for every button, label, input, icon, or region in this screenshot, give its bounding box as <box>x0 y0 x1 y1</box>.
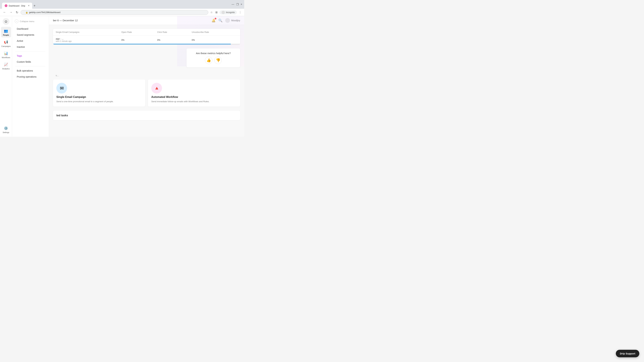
feedback-card: Are these metrics helpful here? 👍 👎 <box>186 48 240 67</box>
campaign-name: aign - ... sent 1 minute ago <box>53 35 118 44</box>
restore-btn[interactable]: ❐ <box>236 3 239 6</box>
suggested-tasks-title: ted tasks <box>56 114 237 117</box>
sidebar-item-analytics[interactable]: 📈 Analytics <box>1 60 11 71</box>
single-email-title: Single Email Campaign <box>56 95 142 98</box>
settings-label: Settings <box>3 131 10 133</box>
col-header-open-rate: Open Rate <box>118 29 154 35</box>
minimize-btn[interactable]: — <box>232 3 234 6</box>
search-btn[interactable]: 🔍 <box>218 18 222 22</box>
app-container: ☺ 👥 People 📢 Campaigns 📊 Workflows 📈 Ana… <box>0 16 244 137</box>
tab-favicon: D <box>5 4 8 7</box>
top-bar-actions: 🔔 🔍 Moodjoy <box>212 18 240 23</box>
single-email-desc: Send a one-time promotional email to a s… <box>56 100 142 103</box>
automated-workflow-desc: Send immediate follow-up emails with Wor… <box>151 100 237 103</box>
campaigns-icon: 📢 <box>3 39 9 45</box>
reload-btn[interactable]: ↻ <box>15 10 19 15</box>
icon-sidebar: ☺ 👥 People 📢 Campaigns 📊 Workflows 📈 Ana… <box>0 16 12 137</box>
table-row[interactable]: aign - ... sent 1 minute ago 0% 0% 0% <box>53 35 240 44</box>
workflows-label: Workflows <box>2 56 10 58</box>
bookmark-btn[interactable]: ☆ <box>210 10 213 14</box>
nav-bar: ← → ↻ 🔒 getdrip.com/7641396/dashboard ☆ … <box>0 9 244 16</box>
forward-btn[interactable]: → <box>8 10 14 15</box>
extensions-btn[interactable]: ⊞ <box>215 10 218 14</box>
automated-workflow-title: Automated Workflow <box>151 95 237 98</box>
menu-btn[interactable]: ⋮ <box>238 10 242 14</box>
top-bar: ber 6 — December 12 🔔 🔍 Moodjoy <box>49 16 244 25</box>
profile-avatar <box>222 11 225 14</box>
sidebar-divider-1 <box>16 51 46 51</box>
campaign-type-card-single-email[interactable]: ✉ Single Email Campaign Send a one-time … <box>53 79 145 107</box>
notification-badge <box>215 18 216 19</box>
tab-bar: D Dashboard · Drip × + <box>2 0 37 9</box>
user-avatar <box>225 18 230 23</box>
user-menu[interactable]: Moodjoy <box>225 18 240 23</box>
new-tab-btn[interactable]: + <box>32 3 37 9</box>
sidebar-nav-pruning-operations[interactable]: Pruning operations <box>14 74 48 80</box>
dropdown-sidebar: → Collapse menu Dashboard Saved segments… <box>12 16 49 137</box>
sidebar-section-tags[interactable]: Tags <box>14 53 48 59</box>
progress-bar-container <box>53 44 240 44</box>
col-header-unsubscribe-rate: Unsubscribe Rate <box>189 29 240 35</box>
app-logo[interactable]: ☺ <box>3 18 10 25</box>
col-header-click-rate: Click Rate <box>154 29 189 35</box>
campaign-type-card-automated-workflow[interactable]: 🔺 Automated Workflow Send immediate foll… <box>148 79 240 107</box>
url-text: getdrip.com/7641396/dashboard <box>29 11 60 13</box>
lock-icon: 🔒 <box>26 11 28 13</box>
window-controls: — ❐ × <box>232 3 242 6</box>
user-name: Moodjoy <box>231 19 240 22</box>
loading-text: v... <box>53 71 240 79</box>
sidebar-item-campaigns[interactable]: 📢 Campaigns <box>1 38 11 49</box>
sidebar-item-people[interactable]: 👥 People <box>1 27 11 37</box>
content-area: Single Email Campaigns Open Rate Click R… <box>49 25 244 137</box>
sidebar-item-settings[interactable]: ⚙️ Settings <box>1 124 11 135</box>
analytics-icon: 📈 <box>3 62 9 67</box>
browser-chrome: D Dashboard · Drip × + — ❐ × <box>0 0 244 9</box>
sidebar-nav-custom-fields[interactable]: Custom fields <box>14 59 48 65</box>
feedback-row: Are these metrics helpful here? 👍 👎 <box>53 48 240 67</box>
workflows-icon: 📊 <box>3 51 9 56</box>
thumbs-down-btn[interactable]: 👎 <box>214 57 222 64</box>
automated-workflow-icon: 🔺 <box>151 83 162 93</box>
tab-close-btn[interactable]: × <box>28 4 30 7</box>
main-content: ber 6 — December 12 🔔 🔍 Moodjoy <box>49 16 244 137</box>
active-tab[interactable]: D Dashboard · Drip × <box>2 3 32 9</box>
sidebar-nav-saved-segments[interactable]: Saved segments <box>14 32 48 38</box>
collapse-icon: → <box>15 19 18 23</box>
collapse-label: Collapse menu <box>20 20 34 23</box>
back-btn[interactable]: ← <box>2 10 7 15</box>
col-header-campaign: Single Email Campaigns <box>53 29 118 35</box>
settings-icon: ⚙️ <box>3 125 9 131</box>
thumbs-up-btn[interactable]: 👍 <box>205 57 212 64</box>
profile-chip[interactable]: Incognito <box>220 10 237 14</box>
feedback-title: Are these metrics helpful here? <box>196 52 231 55</box>
campaign-sent-time: sent 1 minute ago <box>56 40 116 42</box>
feedback-buttons: 👍 👎 <box>205 57 222 64</box>
progress-bar-fill <box>53 44 231 44</box>
address-bar[interactable]: 🔒 getdrip.com/7641396/dashboard <box>21 10 208 15</box>
unsubscribe-rate-value: 0% <box>189 35 240 44</box>
click-rate-value: 0% <box>154 35 189 44</box>
suggested-tasks-section: ted tasks <box>53 111 240 120</box>
logo-circle: ☺ <box>3 18 10 25</box>
sidebar-item-workflows[interactable]: 📊 Workflows <box>1 49 11 60</box>
nav-actions: ☆ ⊞ Incognito ⋮ <box>210 10 242 14</box>
open-rate-value: 0% <box>118 35 154 44</box>
sidebar-nav-dashboard[interactable]: Dashboard <box>14 26 48 32</box>
campaign-table-card: Single Email Campaigns Open Rate Click R… <box>53 29 240 44</box>
close-btn[interactable]: × <box>241 3 242 6</box>
tab-title: Dashboard · Drip <box>9 4 25 7</box>
sidebar-divider-2 <box>16 66 46 66</box>
people-label: People <box>3 34 9 36</box>
collapse-menu-btn[interactable]: → Collapse menu <box>12 19 49 26</box>
sidebar-nav-inactive[interactable]: Inactive <box>14 44 48 50</box>
campaign-table: Single Email Campaigns Open Rate Click R… <box>53 29 240 44</box>
campaign-types-row: ✉ Single Email Campaign Send a one-time … <box>53 79 240 107</box>
profile-name: Incognito <box>226 11 235 13</box>
single-email-icon: ✉ <box>56 83 67 93</box>
date-range: ber 6 — December 12 <box>53 19 78 22</box>
sidebar-nav-bulk-operations[interactable]: Bulk operations <box>14 68 48 74</box>
sidebar-nav-active[interactable]: Active <box>14 38 48 44</box>
people-icon: 👥 <box>3 28 9 33</box>
notifications-btn[interactable]: 🔔 <box>212 18 216 22</box>
campaigns-label: Campaigns <box>1 45 11 47</box>
